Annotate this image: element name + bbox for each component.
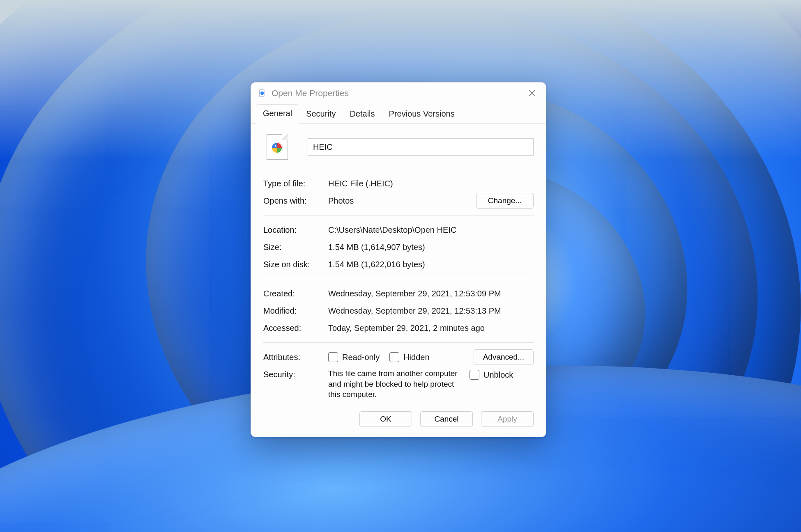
titlebar[interactable]: Open Me Properties [251,83,546,104]
opens-with-value: Photos [328,196,469,206]
separator [263,215,534,216]
modified-value: Wednesday, September 29, 2021, 12:53:13 … [328,306,534,316]
size-on-disk-value: 1.54 MB (1,622,016 bytes) [328,260,534,269]
location-value: C:\Users\Nate\Desktop\Open HEIC [328,225,534,235]
change-button[interactable]: Change... [476,193,534,209]
unblock-checkbox[interactable]: Unblock [470,368,513,380]
separator [263,169,534,169]
tab-content-general: Type of file: HEIC File (.HEIC) Opens wi… [251,124,546,404]
tab-strip: General Security Details Previous Versio… [251,104,546,124]
size-label: Size: [263,243,321,252]
paint-icon [271,142,283,154]
checkbox-box [328,352,338,362]
window-title: Open Me Properties [272,88,517,98]
hidden-label: Hidden [403,353,429,362]
unblock-label: Unblock [483,370,513,380]
cancel-button[interactable]: Cancel [420,411,473,427]
size-on-disk-label: Size on disk: [263,260,321,269]
dialog-footer: OK Cancel Apply [251,404,546,437]
tab-security[interactable]: Security [299,105,343,124]
checkbox-box [389,352,399,362]
accessed-value: Today, September 29, 2021, 2 minutes ago [328,323,534,333]
security-label: Security: [263,368,321,379]
advanced-button[interactable]: Advanced... [474,349,534,365]
checkbox-box [470,370,479,380]
security-text: This file came from another computer and… [328,368,460,400]
filename-input[interactable] [308,138,534,156]
location-label: Location: [263,225,321,235]
type-of-file-label: Type of file: [263,179,321,188]
ok-button[interactable]: OK [359,411,412,427]
apply-button[interactable]: Apply [481,411,534,427]
close-button[interactable] [522,85,542,101]
hidden-checkbox[interactable]: Hidden [389,352,429,362]
created-label: Created: [263,289,321,298]
attributes-label: Attributes: [263,353,321,362]
type-of-file-value: HEIC File (.HEIC) [328,179,534,188]
separator [263,342,534,343]
tab-general[interactable]: General [256,104,299,124]
separator [263,279,534,279]
properties-dialog: Open Me Properties General Security Deta… [251,82,546,437]
size-value: 1.54 MB (1,614,907 bytes) [328,243,534,252]
opens-with-label: Opens with: [263,196,321,206]
tab-previous-versions[interactable]: Previous Versions [382,105,462,124]
read-only-label: Read-only [342,353,380,362]
accessed-label: Accessed: [263,323,321,333]
file-type-icon [258,89,267,97]
file-icon [267,134,288,160]
svg-point-1 [260,92,264,95]
tab-details[interactable]: Details [343,105,382,124]
created-value: Wednesday, September 29, 2021, 12:53:09 … [328,289,534,298]
modified-label: Modified: [263,306,321,316]
read-only-checkbox[interactable]: Read-only [328,352,380,362]
